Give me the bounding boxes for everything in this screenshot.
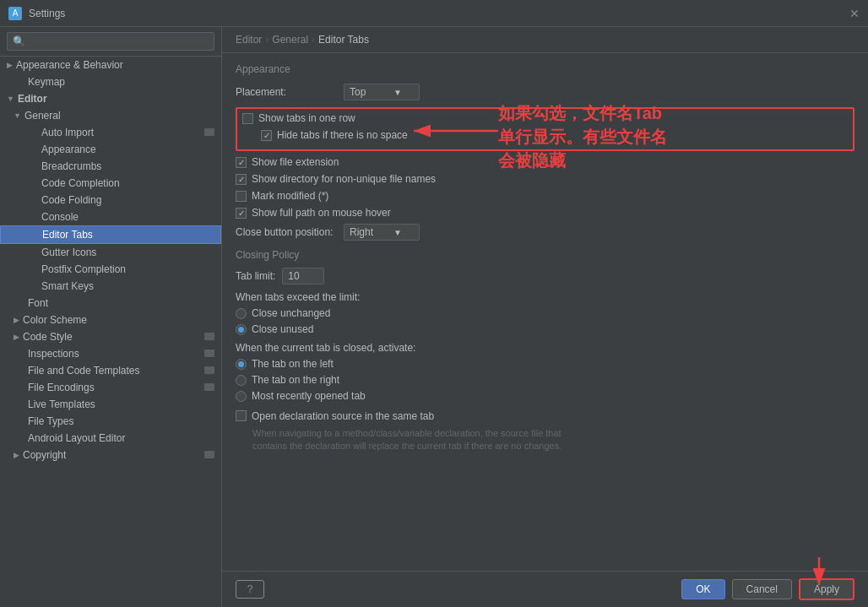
full-path-checkbox[interactable] [236, 208, 247, 219]
sidebar-item-appearance[interactable]: Appearance [0, 141, 221, 158]
close-position-value: Right [350, 226, 373, 238]
hide-tabs-checkbox[interactable] [261, 130, 272, 141]
ok-button[interactable]: OK [681, 579, 724, 599]
close-unused-label: Close unused [252, 323, 313, 335]
mark-modified-checkbox[interactable] [236, 191, 247, 202]
sidebar-item-copyright[interactable]: ▶Copyright [0, 447, 221, 463]
sidebar-label: File Types [28, 415, 73, 427]
sidebar-label: Appearance [41, 144, 96, 155]
sidebar-item-code-folding[interactable]: Code Folding [0, 192, 221, 209]
sidebar-label: File Encodings [28, 382, 95, 393]
sidebar-item-font[interactable]: Font [0, 295, 221, 312]
open-declaration-checkbox[interactable] [236, 410, 247, 421]
sidebar-label: Font [28, 297, 48, 309]
expand-arrow-icon: ▼ [7, 95, 14, 103]
expand-arrow-icon: ▶ [14, 333, 19, 341]
sidebar-label: Postfix Completion [41, 263, 126, 275]
sidebar-item-file-encodings[interactable]: File Encodings [0, 379, 221, 396]
badge-icon [204, 127, 214, 138]
dropdown-arrow-icon: ▼ [388, 88, 402, 97]
sidebar-item-editor[interactable]: ▼Editor [0, 90, 221, 107]
tab-limit-input[interactable] [282, 268, 324, 285]
most-recent-radio[interactable] [236, 391, 247, 402]
tab-left-radio[interactable] [236, 359, 247, 370]
search-input[interactable] [7, 32, 214, 51]
sidebar-item-android-layout-editor[interactable]: Android Layout Editor [0, 430, 221, 447]
when-exceed-label: When tabs exceed the limit: [236, 291, 854, 303]
appearance-section-title: Appearance [236, 63, 854, 75]
sidebar-item-appearance-behavior[interactable]: ▶Appearance & Behavior [0, 57, 221, 73]
tab-left-label: The tab on the left [252, 358, 334, 370]
placement-label: Placement: [236, 86, 337, 98]
apply-button[interactable]: Apply [799, 578, 854, 600]
close-unchanged-label: Close unchanged [252, 307, 330, 319]
sidebar-item-color-scheme[interactable]: ▶Color Scheme [0, 312, 221, 328]
settings-window: A Settings ✕ ▶Appearance & BehaviorKeyma… [0, 0, 868, 607]
placement-dropdown[interactable]: Top ▼ [344, 84, 420, 100]
sidebar-label: Code Completion [41, 177, 120, 189]
close-button[interactable]: ✕ [849, 7, 860, 20]
tab-limit-row: Tab limit: [236, 268, 854, 285]
sidebar-label: Console [41, 211, 79, 223]
sidebar-label: General [24, 110, 61, 122]
main-content: ▶Appearance & BehaviorKeymap▼Editor▼Gene… [0, 27, 868, 607]
sidebar-item-file-code-templates[interactable]: File and Code Templates [0, 362, 221, 379]
title-bar: A Settings ✕ [0, 0, 868, 27]
expand-arrow-icon: ▶ [7, 61, 13, 69]
breadcrumb-general: General [272, 34, 308, 46]
sidebar-item-smart-keys[interactable]: Smart Keys [0, 278, 221, 295]
sidebar-item-editor-tabs[interactable]: Editor Tabs [0, 225, 221, 244]
sidebar-item-code-completion[interactable]: Code Completion [0, 175, 221, 192]
bottom-bar: ? OK Cancel Apply [222, 571, 868, 607]
sidebar-label: Editor Tabs [42, 229, 93, 241]
close-position-dropdown[interactable]: Right ▼ [344, 224, 420, 241]
show-dir-label: Show directory for non-unique file names [252, 173, 436, 185]
expand-arrow-icon: ▶ [14, 451, 19, 459]
show-dir-checkbox[interactable] [236, 174, 247, 185]
sidebar-label: Keymap [28, 76, 65, 88]
sidebar-item-live-templates[interactable]: Live Templates [0, 396, 221, 413]
panel-content: Appearance Placement: Top ▼ Show tabs in… [222, 53, 868, 571]
sidebar-label: Gutter Icons [41, 247, 96, 258]
sidebar-item-code-style[interactable]: ▶Code Style [0, 328, 221, 345]
sidebar-label: Color Scheme [23, 314, 87, 326]
search-area [0, 27, 221, 57]
sidebar-item-inspections[interactable]: Inspections [0, 345, 221, 362]
when-closed-label: When the current tab is closed, activate… [236, 342, 854, 354]
sidebar-item-general[interactable]: ▼General [0, 107, 221, 124]
sidebar-item-auto-import[interactable]: Auto Import [0, 124, 221, 141]
sidebar-item-postfix-completion[interactable]: Postfix Completion [0, 261, 221, 278]
badge-icon [204, 365, 214, 377]
sidebar-item-keymap[interactable]: Keymap [0, 73, 221, 90]
most-recent-row: Most recently opened tab [236, 390, 854, 402]
sidebar-label: Android Layout Editor [28, 432, 125, 444]
badge-icon [204, 449, 214, 461]
close-unchanged-radio[interactable] [236, 308, 247, 319]
sidebar-label: Smart Keys [41, 280, 94, 292]
open-declaration-section: Open declaration source in the same tab … [236, 410, 854, 453]
mark-modified-label: Mark modified (*) [252, 190, 328, 202]
breadcrumb-editor: Editor [236, 34, 262, 46]
show-file-ext-checkbox[interactable] [236, 157, 247, 168]
show-tabs-label: Show tabs in one row [258, 112, 355, 124]
show-tabs-checkbox[interactable] [242, 113, 253, 124]
cancel-button[interactable]: Cancel [732, 579, 792, 599]
most-recent-label: Most recently opened tab [252, 390, 366, 402]
sidebar-label: Breadcrumbs [41, 160, 101, 172]
closing-policy-section: Closing Policy Tab limit: When tabs exce… [236, 249, 854, 402]
sidebar-item-console[interactable]: Console [0, 209, 221, 225]
app-icon: A [8, 7, 22, 20]
checkbox-full-path: Show full path on mouse hover [236, 207, 854, 219]
sidebar-item-file-types[interactable]: File Types [0, 413, 221, 430]
sidebar-label: Editor [18, 93, 47, 105]
tab-right-radio[interactable] [236, 375, 247, 386]
sidebar-item-gutter-icons[interactable]: Gutter Icons [0, 244, 221, 261]
checkbox-show-tabs: Show tabs in one row [242, 112, 848, 124]
close-unused-radio[interactable] [236, 324, 247, 335]
sidebar-item-breadcrumbs[interactable]: Breadcrumbs [0, 158, 221, 175]
checkbox-hide-tabs: Hide tabs if there is no space [242, 129, 848, 141]
right-panel: Editor › General › Editor Tabs Appearanc… [222, 27, 868, 607]
help-button[interactable]: ? [236, 580, 264, 599]
expand-arrow-icon: ▼ [14, 111, 21, 120]
placement-value: Top [350, 86, 366, 98]
